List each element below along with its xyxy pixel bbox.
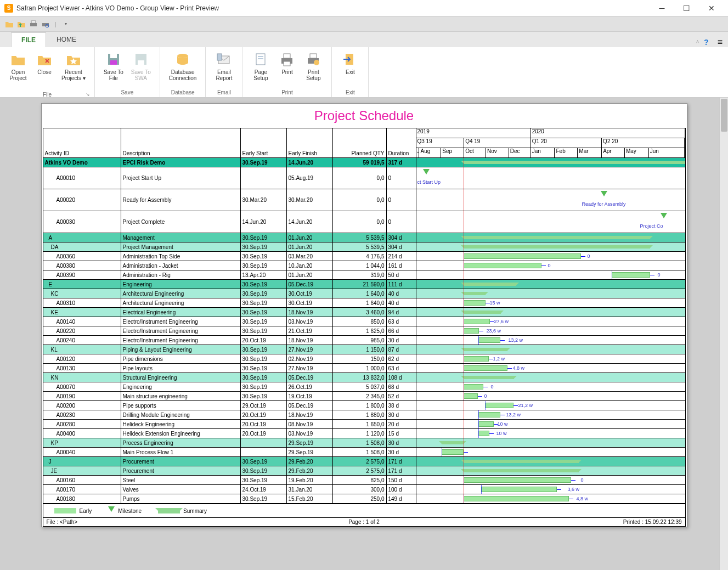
vertical-scrollbar[interactable] <box>719 98 728 570</box>
titlebar: S Safran Project Viewer - Atkins VO Demo… <box>0 0 728 16</box>
timeline-month: Dec <box>509 148 531 158</box>
status-date-line <box>464 167 464 189</box>
cell-activity-id: A00280 <box>43 420 121 428</box>
cell-gantt: 0 <box>416 270 685 279</box>
savefile-button[interactable]: Save ToFile <box>100 49 127 82</box>
qat-print-preview-icon[interactable] <box>41 19 50 29</box>
prsetup-button[interactable]: PrintSetup <box>301 49 326 82</box>
cell-planned-qty: 319,0 <box>333 270 387 279</box>
col-header-timeline: 20192020Q3 19Q4 19Q1 20Q2 20JAugSepOctNo… <box>416 128 685 157</box>
cell-planned-qty: 3 460,0 <box>333 308 387 317</box>
gantt-bar-label: 14.Jun <box>650 211 664 212</box>
legend-summary: Summary <box>158 508 207 514</box>
gantt-bar <box>464 365 507 371</box>
gantt-summary-bar <box>464 283 516 286</box>
dependency-line <box>464 452 468 453</box>
cell-activity-id: E <box>43 280 121 289</box>
cell-description: Procurement <box>121 457 241 466</box>
cell-activity-id: A00380 <box>43 261 121 270</box>
file-group-launcher[interactable]: ↘ <box>86 92 90 97</box>
legend-early: Early <box>54 508 92 514</box>
cell-planned-qty: 5 037,0 <box>333 382 387 391</box>
scrollbar-thumb[interactable] <box>721 99 727 132</box>
gantt-bar-label: Project Co <box>640 223 663 229</box>
cell-duration: 214 d <box>387 252 416 261</box>
collapse-ribbon-icon[interactable]: ＾ <box>695 38 701 47</box>
dbconn-button[interactable]: DatabaseConnection <box>166 49 200 82</box>
cell-early-finish: 01.Jun.20 <box>287 270 333 279</box>
cell-early-start: 30.Sep.19 <box>241 308 287 317</box>
email-button[interactable]: EmailReport <box>211 49 236 82</box>
cell-activity-id: JE <box>43 466 121 475</box>
cell-description: Pipe dimensions <box>121 354 241 363</box>
gantt-bar-label: 0 <box>658 272 661 278</box>
cell-activity-id: A00220 <box>43 326 121 335</box>
cell-gantt: 0 <box>416 382 685 391</box>
qat-customize-dropdown[interactable]: ▾ <box>61 19 71 29</box>
qat-print-icon[interactable] <box>29 19 38 29</box>
cell-description: Structural Engineering <box>121 373 241 382</box>
exit-button[interactable]: Exit <box>337 49 363 76</box>
footer-page: Page : 1 of 2 <box>257 518 471 526</box>
gantt-bar-label: 0 <box>484 393 487 399</box>
gantt-summary-bar <box>464 348 507 351</box>
dependency-line <box>494 424 498 425</box>
cell-description: Main Process Flow 1 <box>121 448 241 456</box>
cell-early-finish: 26.Oct.19 <box>287 382 333 391</box>
cell-gantt: ct Start Up <box>416 167 685 189</box>
hamburger-icon[interactable]: ≡ <box>718 37 723 47</box>
cell-early-finish: 18.Nov.19 <box>287 308 333 317</box>
qat-open2-icon[interactable] <box>16 19 26 29</box>
tab-file[interactable]: FILE <box>11 32 46 47</box>
status-date-line <box>464 382 464 391</box>
cell-planned-qty: 4 176,5 <box>333 252 387 261</box>
minimize-button[interactable]: ─ <box>650 1 674 16</box>
cell-early-finish: 30.Oct.19 <box>287 298 333 307</box>
cell-activity-id: J <box>43 457 121 466</box>
tab-home[interactable]: HOME <box>46 32 87 47</box>
cell-activity-id: KN <box>43 373 121 382</box>
psetup-button[interactable]: PageSetup <box>248 49 273 82</box>
page-footer: File : <Path> Page : 1 of 2 Printed : 15… <box>43 518 686 527</box>
help-icon[interactable]: ? <box>704 38 709 47</box>
status-date-line <box>464 308 464 317</box>
cell-activity-id: KE <box>43 308 121 317</box>
cell-planned-qty: 1 800,0 <box>333 401 387 410</box>
print-button[interactable]: Print <box>274 49 300 76</box>
maximize-button[interactable]: ☐ <box>674 1 699 16</box>
ribbon-group-save: Save ToFileSave ToSWASave <box>95 47 160 97</box>
cell-activity-id: A00200 <box>43 401 121 410</box>
cell-duration: 0 <box>387 211 416 233</box>
cell-duration: 30 d <box>387 438 416 447</box>
svg-rect-1 <box>31 21 36 23</box>
cell-gantt <box>416 438 685 447</box>
cell-activity-id: A00020 <box>43 189 121 211</box>
table-row: A00230Drilling Module Engineering20.Oct.… <box>43 410 685 420</box>
cell-planned-qty: 1 640,0 <box>333 298 387 307</box>
table-row: DAProject Management30.Sep.1901.Jun.205 … <box>43 242 685 252</box>
cell-duration: 317 d <box>387 158 416 167</box>
table-row: AManagement30.Sep.1901.Jun.205 539,5304 … <box>43 233 685 242</box>
table-row: A00180Pumps30.Sep.1915.Feb.20250,0149 d4… <box>43 494 685 504</box>
cell-planned-qty: 5 539,5 <box>333 233 387 242</box>
cell-gantt: 10 w <box>416 420 685 428</box>
cell-duration: 111 d <box>387 280 416 289</box>
close-button[interactable]: Close <box>32 49 57 76</box>
preview-area[interactable]: Project Schedule Activity ID Description… <box>0 98 728 570</box>
cell-early-start: 30.Sep.19 <box>241 354 287 363</box>
cell-early-finish: 08.Nov.19 <box>287 420 333 428</box>
gantt-milestone <box>601 191 607 200</box>
gantt-bar-label: 21,2 w <box>518 403 533 408</box>
qat-open-icon[interactable] <box>4 19 14 29</box>
recent-button[interactable]: RecentProjects ▾ <box>58 49 89 82</box>
cell-description: Administration Top Side <box>121 252 241 261</box>
cell-planned-qty: 1 880,0 <box>333 410 387 419</box>
dependency-line <box>500 340 505 341</box>
status-date-line <box>464 270 464 279</box>
cell-early-finish: 01.Jun.20 <box>287 242 333 251</box>
dependency-line <box>485 401 486 410</box>
cell-gantt: 4,8 w <box>416 364 685 373</box>
table-row: A00010Project Start Up05.Aug.190,00ct St… <box>43 167 685 189</box>
open-button[interactable]: OpenProject <box>5 49 31 82</box>
close-window-button[interactable]: ✕ <box>699 1 724 16</box>
